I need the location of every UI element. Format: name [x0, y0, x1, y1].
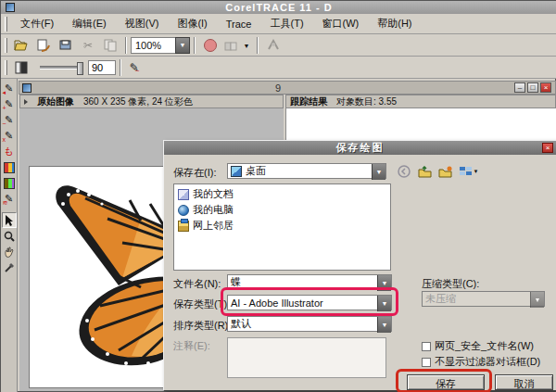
close-button[interactable]: ×: [540, 82, 551, 93]
dialog-title: 保存绘图: [336, 141, 385, 155]
checkbox-icon[interactable]: [422, 358, 431, 367]
save-in-combo[interactable]: 桌面 ▼: [227, 163, 386, 179]
app-window: CorelTRACE 11 - D 文件(F) 编辑(E) 视图(V) 图像(I…: [0, 0, 556, 392]
cut-button[interactable]: ✂: [78, 36, 98, 55]
save-dialog: 保存绘图 × 保存在(I): 桌面 ▼ ▼ 我的文档: [163, 140, 556, 391]
tolerance-input[interactable]: [88, 60, 116, 75]
tool-strip: ✎◂ ✎+ ✎~ ✎x も ✎≋: [1, 79, 18, 392]
image-document-icon: [22, 83, 32, 93]
trace-tool-5[interactable]: も: [2, 144, 17, 159]
options-button[interactable]: [263, 36, 284, 55]
file-name-combo[interactable]: 蝶 ▼: [227, 274, 392, 290]
zoom-tool[interactable]: [2, 228, 17, 244]
chevron-down-icon: ▼: [474, 169, 479, 174]
app-icon: [6, 3, 15, 12]
color-grid-icon: [4, 162, 15, 173]
chevron-down-icon[interactable]: ▼: [241, 37, 252, 56]
compress-type-label: 压缩类型(C):: [422, 277, 479, 291]
save-type-combo[interactable]: AI - Adobe Illustrator ▼: [227, 295, 392, 310]
trace-tool-1[interactable]: ✎◂: [2, 81, 17, 96]
desktop-icon: [231, 166, 242, 177]
menu-image[interactable]: 图像(I): [169, 15, 215, 32]
toolbar-grip: [5, 60, 7, 75]
list-item[interactable]: 我的文档: [174, 186, 390, 202]
color-swatch-icon: [204, 39, 217, 52]
file-name-label: 文件名(N):: [173, 277, 221, 291]
file-list[interactable]: 我的文档 我的电脑 网上邻居: [173, 183, 391, 271]
dialog-titlebar: 保存绘图: [164, 141, 556, 155]
trace-tool-4[interactable]: ✎x: [2, 128, 17, 144]
trace-tool-2[interactable]: ✎+: [2, 96, 17, 112]
view-menu-button[interactable]: ▼: [457, 164, 481, 179]
hand-icon: [4, 247, 15, 258]
list-item[interactable]: 网上邻居: [174, 218, 390, 234]
back-button[interactable]: [396, 164, 412, 179]
list-item[interactable]: 我的电脑: [174, 202, 390, 218]
separator: [125, 37, 127, 54]
chevron-down-icon[interactable]: ▼: [377, 296, 391, 311]
chevron-down-icon[interactable]: ▼: [372, 164, 385, 180]
scissors-icon: ✂: [83, 39, 93, 52]
trace-color-button[interactable]: [200, 36, 221, 55]
notes-label: 注释(E):: [173, 339, 210, 353]
open-image-button[interactable]: [11, 36, 32, 55]
notes-textarea[interactable]: [227, 337, 386, 378]
result-pane-header: 跟踪结果 对象数目: 3.55: [285, 95, 556, 108]
list-item-label: 网上邻居: [193, 219, 234, 233]
pan-tool[interactable]: [2, 244, 17, 259]
toolbar-grip: [5, 17, 7, 32]
eyedropper-icon: [4, 262, 15, 273]
menu-help[interactable]: 帮助(H): [369, 15, 420, 32]
no-filter-dialog-checkbox-row[interactable]: 不显示过滤器对话框(D): [422, 355, 540, 369]
window-title: CorelTRACE 11 - D: [1, 2, 556, 13]
chevron-down-icon[interactable]: ▼: [175, 37, 190, 54]
menu-bar: 文件(F) 编辑(E) 视图(V) 图像(I) Trace 工具(T) 窗口(W…: [1, 14, 556, 34]
tolerance-slider[interactable]: [40, 66, 81, 70]
up-folder-icon: [418, 166, 432, 178]
new-folder-button[interactable]: [436, 164, 453, 179]
original-pane-title: 原始图像: [37, 95, 74, 108]
trace-tool-3[interactable]: ✎~: [2, 112, 17, 128]
menu-tools[interactable]: 工具(T): [262, 15, 312, 32]
compress-type-value: 未压缩: [425, 292, 456, 306]
dialog-close-button[interactable]: ×: [542, 143, 553, 153]
sort-type-combo[interactable]: 默认 ▼: [227, 316, 392, 332]
menu-file[interactable]: 文件(F): [12, 15, 62, 32]
web-safe-checkbox-row[interactable]: 网页_安全_文件名(W): [422, 339, 534, 353]
checkbox-icon[interactable]: [422, 342, 431, 351]
minimize-button[interactable]: –: [514, 82, 525, 93]
menu-trace[interactable]: Trace: [218, 17, 260, 32]
menu-view[interactable]: 视图(V): [117, 15, 168, 32]
save-type-label: 保存类型(T):: [173, 297, 230, 311]
menu-edit[interactable]: 编辑(E): [64, 15, 115, 32]
mosaic-icon: [4, 178, 15, 189]
cancel-button[interactable]: 取消: [495, 374, 553, 390]
color-grid-tool[interactable]: [2, 159, 17, 175]
chevron-down-icon[interactable]: ▼: [377, 317, 391, 333]
compress-type-combo: 未压缩 ▼: [422, 291, 545, 307]
save-type-value: AI - Adobe Illustrator: [231, 297, 323, 309]
slider-handle[interactable]: [77, 62, 83, 75]
mosaic-tool[interactable]: [2, 175, 17, 191]
magic-wand-button[interactable]: ✎~: [126, 58, 146, 77]
restore-button[interactable]: □: [527, 82, 538, 93]
list-item-label: 我的文档: [193, 187, 234, 201]
my-computer-icon: [178, 205, 189, 216]
save-button[interactable]: 保存: [407, 374, 485, 390]
no-filter-dialog-checkbox-label: 不显示过滤器对话框(D): [435, 355, 540, 369]
original-pane-header: 原始图像 360 X 235 像素, 24 位彩色: [19, 95, 284, 108]
trace-method-split-button[interactable]: ▼: [221, 37, 253, 54]
save-trace-button[interactable]: [56, 36, 76, 55]
pick-tool[interactable]: [2, 212, 17, 228]
title-bar: CorelTRACE 11 - D: [1, 1, 556, 14]
acquire-image-button[interactable]: [33, 36, 54, 55]
up-one-level-button[interactable]: [416, 164, 433, 179]
bullet-icon: [24, 99, 28, 105]
chevron-down-icon[interactable]: ▼: [377, 275, 391, 291]
copy-button[interactable]: [100, 36, 120, 55]
menu-window[interactable]: 窗口(W): [314, 15, 368, 32]
eyedropper-tool[interactable]: [2, 259, 17, 275]
zoom-level-combo[interactable]: 100% ▼: [131, 37, 190, 54]
panel-toggle-button[interactable]: [11, 58, 32, 77]
sketch-tool[interactable]: ✎≋: [2, 191, 17, 207]
